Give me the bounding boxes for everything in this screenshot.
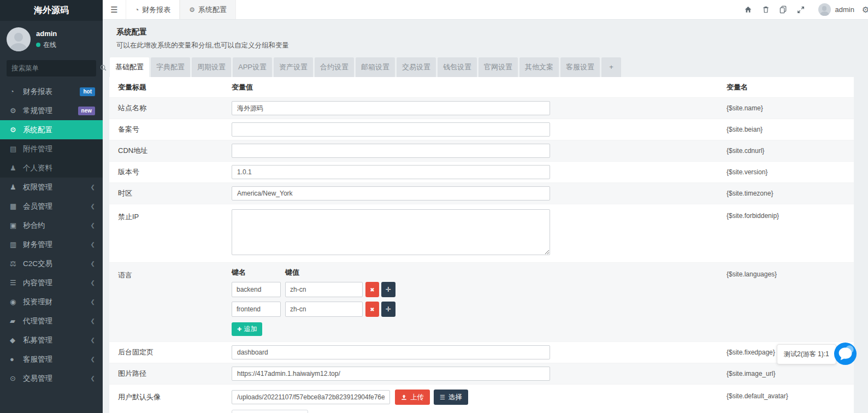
default-avatar-input[interactable]: [232, 390, 390, 404]
sidebar-item-system-config[interactable]: ⚙系统配置: [0, 120, 103, 139]
sidebar-item-label: 交易管理: [23, 374, 91, 384]
sidebar-item-label: 常规管理: [23, 106, 78, 116]
settings-gear-icon[interactable]: ⚙: [862, 5, 868, 15]
move-row-button[interactable]: ✛: [381, 302, 395, 317]
row-label: 版本号: [118, 167, 232, 177]
tab-basic-config[interactable]: 基础配置: [110, 57, 149, 77]
append-button[interactable]: ✚追加: [232, 322, 262, 336]
sidebar-item-c2c-trade[interactable]: ⚖C2C交易❮: [0, 254, 103, 273]
language-value-input[interactable]: [285, 302, 363, 317]
sidebar-menu: ◔财务报表hot ⚙常规管理new ⚙系统配置 ▤附件管理 ♟个人资料 ♟权限管…: [0, 82, 103, 388]
sidebar-item-general[interactable]: ⚙常规管理new: [0, 101, 103, 120]
chat-tooltip-text: 测试2(游客 1):1: [784, 350, 829, 358]
tab-other-copy[interactable]: 其他文案: [519, 57, 559, 77]
table-row: 站点名称 {$site.name}: [109, 97, 854, 119]
chevron-left-icon: ❮: [91, 261, 95, 267]
tab-dictionary-config[interactable]: 字典配置: [151, 57, 190, 77]
chat-tooltip: 测试2(游客 1):1: [777, 344, 836, 364]
table-icon: ▦: [10, 202, 23, 210]
kv-row: ✖ ✛: [232, 302, 727, 317]
topbar-user-menu[interactable]: admin: [810, 3, 862, 16]
chevron-left-icon: ❮: [91, 375, 95, 381]
move-row-button[interactable]: ✛: [381, 282, 395, 297]
search-icon[interactable]: [99, 64, 107, 73]
chevron-left-icon: ❮: [91, 337, 95, 343]
row-var: {$site.cdnurl}: [727, 147, 845, 155]
user-status: 在线: [36, 40, 57, 50]
tab-cycle-settings[interactable]: 周期设置: [192, 57, 231, 77]
tab-app-settings[interactable]: APP设置: [233, 57, 272, 77]
chevron-left-icon: ❮: [91, 299, 95, 305]
sidebar-item-second-contract[interactable]: ▣秒合约❮: [0, 216, 103, 235]
home-icon[interactable]: [740, 0, 757, 20]
sidebar-item-content-mgmt[interactable]: ☰内容管理❮: [0, 273, 103, 292]
tab-service-settings[interactable]: 客服设置: [560, 57, 600, 77]
delete-row-button[interactable]: ✖: [365, 302, 379, 317]
tab-website-settings[interactable]: 官网设置: [479, 57, 518, 77]
sidebar-item-label: 附件管理: [23, 144, 95, 154]
sidebar-item-private-equity[interactable]: ◆私募管理❮: [0, 331, 103, 350]
sidebar-item-members[interactable]: ▦会员管理❮: [0, 197, 103, 216]
main-area: ☰ ◔财务报表 ⚙系统配置 admin ⚙ 系统配置 可以在此增改系统的变量和分…: [103, 0, 868, 413]
circle-dot-icon: ◉: [10, 298, 23, 306]
row-var: {$site.version}: [727, 168, 845, 176]
comment-icon: ●: [10, 355, 23, 363]
forbidden-ip-textarea[interactable]: [232, 209, 550, 255]
trash-icon[interactable]: [757, 0, 775, 20]
delete-row-button[interactable]: ✖: [365, 282, 379, 297]
table-row: 后台固定页 {$site.fixedpage}: [109, 341, 854, 363]
table-row: 用户默认头像 上传 ☰选择 {$site.default_avatar}: [109, 384, 854, 413]
sidebar-item-agents[interactable]: ▰代理管理❮: [0, 311, 103, 331]
upload-button[interactable]: 上传: [395, 390, 430, 405]
table-row: 图片路径 {$site.image_url}: [109, 363, 854, 384]
sidebar-item-profile[interactable]: ♟个人资料: [0, 158, 103, 178]
tab-email-settings[interactable]: 邮箱设置: [356, 57, 395, 77]
topbar-tab-label: 财务报表: [142, 5, 170, 15]
chevron-left-icon: ❮: [91, 203, 95, 209]
sidebar-item-investment[interactable]: ◉投资理财❮: [0, 292, 103, 311]
table-row: 备案号 {$site.beian}: [109, 119, 854, 140]
version-input[interactable]: [232, 165, 550, 179]
copy-pages-icon[interactable]: [775, 0, 792, 20]
sidebar-item-label: 秒合约: [23, 221, 91, 231]
menu-search-input[interactable]: [11, 64, 99, 72]
sidebar-item-finance-mgmt[interactable]: ▥财务管理❮: [0, 235, 103, 254]
image-path-input[interactable]: [232, 367, 550, 381]
language-key-input[interactable]: [232, 282, 281, 297]
sidebar-item-finance-report[interactable]: ◔财务报表hot: [0, 82, 103, 101]
row-label: 语言: [118, 268, 232, 280]
choose-button[interactable]: ☰选择: [434, 390, 468, 405]
fullscreen-icon[interactable]: [792, 0, 810, 20]
beian-input[interactable]: [232, 122, 550, 137]
topbar-tab-system-config[interactable]: ⚙系统配置: [180, 0, 236, 19]
hot-badge: hot: [80, 87, 95, 96]
tab-trade-settings[interactable]: 交易设置: [397, 57, 436, 77]
topbar-tab-finance-report[interactable]: ◔财务报表: [126, 0, 180, 19]
upload-label: 上传: [410, 393, 424, 402]
hamburger-icon[interactable]: ☰: [103, 0, 126, 19]
language-kv-editor: 键名 键值 ✖ ✛ ✖ ✛ ✚追加: [232, 268, 727, 336]
file-image-icon: ▤: [10, 145, 23, 153]
tab-contract-settings[interactable]: 合约设置: [315, 57, 354, 77]
sidebar-item-permissions[interactable]: ♟权限管理❮: [0, 178, 103, 197]
cdn-url-input[interactable]: [232, 144, 550, 158]
tab-wallet-settings[interactable]: 钱包设置: [438, 57, 477, 77]
avatar-preview[interactable]: [232, 410, 308, 413]
chevron-left-icon: ❮: [91, 280, 95, 286]
topbar-right: admin ⚙: [740, 0, 868, 19]
language-key-input[interactable]: [232, 302, 281, 317]
site-name-input[interactable]: [232, 101, 550, 115]
topbar-avatar: [818, 3, 831, 16]
language-value-input[interactable]: [285, 282, 363, 297]
col-header-value: 变量值: [232, 82, 727, 92]
tab-asset-settings[interactable]: 资产设置: [274, 57, 313, 77]
fixed-page-input[interactable]: [232, 345, 550, 359]
sidebar-item-attachments[interactable]: ▤附件管理: [0, 139, 103, 158]
sidebar-item-customer-service[interactable]: ●客服管理❮: [0, 350, 103, 369]
add-tab-button[interactable]: +: [601, 57, 621, 77]
sidebar-item-trade-mgmt[interactable]: ⊙交易管理❮: [0, 369, 103, 388]
choose-label: 选择: [448, 393, 462, 402]
timezone-input[interactable]: [232, 186, 550, 200]
config-table: 变量标题 变量值 变量名 站点名称 {$site.name} 备案号 {$sit…: [109, 77, 854, 413]
chat-bubble-icon[interactable]: [834, 342, 857, 365]
